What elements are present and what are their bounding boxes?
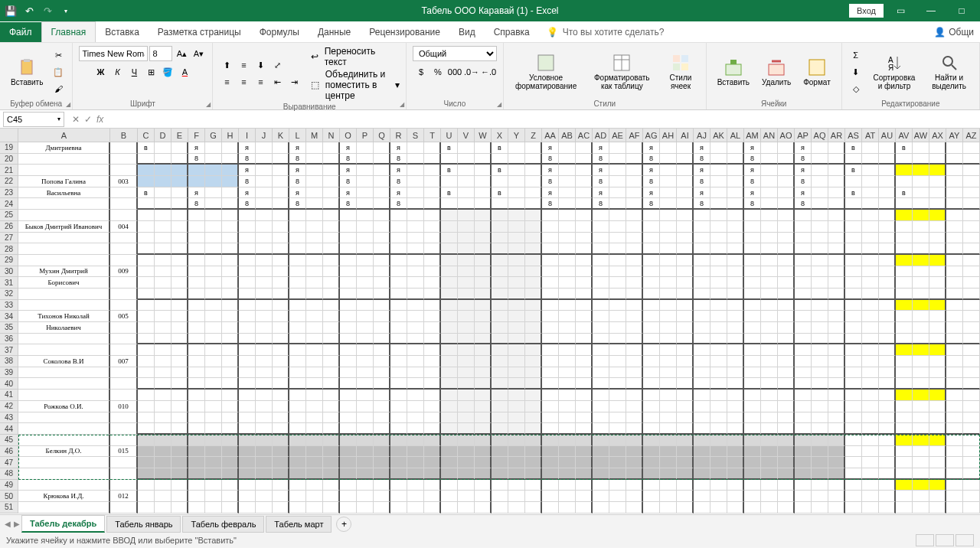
cell[interactable] xyxy=(559,356,576,367)
cell[interactable] xyxy=(609,356,626,367)
cell[interactable] xyxy=(138,322,155,334)
cell[interactable] xyxy=(357,154,374,165)
cell[interactable] xyxy=(441,334,458,345)
cell[interactable] xyxy=(862,378,879,390)
cell[interactable] xyxy=(374,322,390,334)
cell[interactable] xyxy=(441,502,458,514)
cell[interactable] xyxy=(188,457,205,468)
cell[interactable] xyxy=(155,233,172,244)
row-header[interactable]: 29 xyxy=(0,255,18,266)
cell[interactable] xyxy=(946,423,963,435)
cell[interactable] xyxy=(306,401,323,412)
cell[interactable] xyxy=(172,322,188,334)
cell[interactable] xyxy=(643,233,660,244)
cell[interactable] xyxy=(643,277,660,289)
cell[interactable] xyxy=(593,311,609,322)
cell[interactable] xyxy=(357,277,374,289)
cell[interactable] xyxy=(643,367,660,379)
cell[interactable] xyxy=(795,502,812,514)
cell[interactable] xyxy=(256,390,273,401)
cell[interactable] xyxy=(155,435,172,446)
cell[interactable] xyxy=(727,334,744,345)
cell[interactable] xyxy=(525,198,542,210)
tab-insert[interactable]: Вставка xyxy=(96,22,149,42)
cell[interactable] xyxy=(542,468,559,480)
cell[interactable] xyxy=(239,322,256,334)
cell[interactable] xyxy=(306,233,323,244)
cell[interactable]: 015 xyxy=(110,446,138,458)
cell[interactable] xyxy=(828,322,845,334)
cell[interactable] xyxy=(694,221,710,233)
cell[interactable] xyxy=(896,401,913,412)
cell[interactable] xyxy=(138,390,155,401)
col-header[interactable]: D xyxy=(155,129,172,142)
cell[interactable] xyxy=(576,300,593,311)
cell[interactable] xyxy=(913,378,929,390)
cell[interactable] xyxy=(660,311,677,322)
cell[interactable] xyxy=(323,435,340,446)
cell[interactable] xyxy=(323,311,340,322)
cell[interactable] xyxy=(761,311,778,322)
cell[interactable] xyxy=(306,446,323,458)
cell[interactable] xyxy=(289,356,306,367)
cell[interactable] xyxy=(172,165,188,176)
cell[interactable] xyxy=(593,502,609,514)
cell[interactable] xyxy=(323,480,340,491)
cell[interactable] xyxy=(407,300,424,311)
cell[interactable] xyxy=(155,401,172,412)
cell[interactable] xyxy=(643,356,660,367)
cell[interactable] xyxy=(475,277,492,289)
cell[interactable] xyxy=(172,412,188,424)
cell[interactable] xyxy=(626,334,643,345)
cell[interactable] xyxy=(492,300,508,311)
cell[interactable] xyxy=(155,255,172,266)
cell[interactable] xyxy=(357,255,374,266)
cell[interactable] xyxy=(289,311,306,322)
cell[interactable] xyxy=(862,221,879,233)
cell[interactable] xyxy=(172,378,188,390)
cell[interactable] xyxy=(188,165,205,176)
cell[interactable] xyxy=(424,277,441,289)
cell[interactable] xyxy=(946,344,963,356)
cell[interactable] xyxy=(172,502,188,514)
cell[interactable] xyxy=(323,468,340,480)
cell[interactable] xyxy=(946,356,963,367)
cell[interactable] xyxy=(323,233,340,244)
paste-button[interactable]: Вставить xyxy=(6,57,47,88)
cell[interactable]: 8 xyxy=(390,176,407,187)
cell[interactable] xyxy=(508,446,525,458)
col-header[interactable]: AW xyxy=(913,129,929,142)
cell[interactable] xyxy=(289,480,306,491)
cell[interactable] xyxy=(340,300,357,311)
col-header-a[interactable]: A xyxy=(18,129,110,142)
cell[interactable] xyxy=(155,243,172,255)
col-header[interactable]: AH xyxy=(660,129,677,142)
cell[interactable] xyxy=(289,266,306,278)
cell[interactable] xyxy=(828,457,845,468)
cell[interactable] xyxy=(744,367,761,379)
cell[interactable] xyxy=(812,289,828,300)
cell[interactable] xyxy=(374,480,390,491)
borders-icon[interactable]: ⊞ xyxy=(143,64,158,80)
cell[interactable] xyxy=(845,311,862,322)
cell[interactable] xyxy=(357,176,374,187)
cell[interactable] xyxy=(929,266,946,278)
cell[interactable] xyxy=(340,311,357,322)
cell[interactable] xyxy=(222,356,239,367)
cell[interactable] xyxy=(559,322,576,334)
cell[interactable] xyxy=(323,401,340,412)
cell[interactable] xyxy=(458,142,475,154)
row-header[interactable]: 22 xyxy=(0,176,18,187)
cell[interactable] xyxy=(559,344,576,356)
cell[interactable] xyxy=(660,356,677,367)
cell[interactable] xyxy=(626,221,643,233)
cell[interactable] xyxy=(441,221,458,233)
cell[interactable] xyxy=(710,266,727,278)
row-header[interactable]: 21 xyxy=(0,165,18,176)
cell[interactable] xyxy=(727,165,744,176)
cell[interactable] xyxy=(222,311,239,322)
cell[interactable] xyxy=(862,356,879,367)
cell[interactable] xyxy=(172,300,188,311)
cell[interactable] xyxy=(340,480,357,491)
cell[interactable] xyxy=(761,176,778,187)
